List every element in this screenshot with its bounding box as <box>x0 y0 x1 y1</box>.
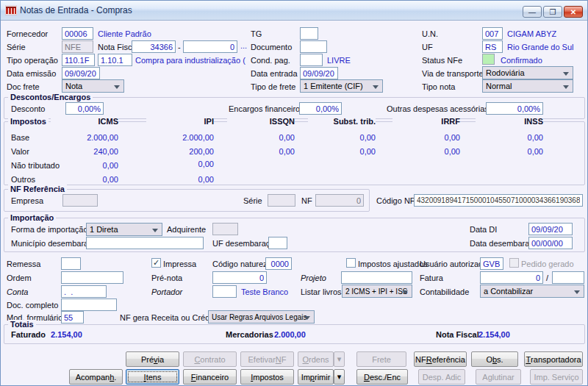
empresa-input <box>62 194 98 207</box>
documento-label: Documento <box>251 43 292 51</box>
tipo-frete-dropdown[interactable]: 1 Emitente (CIF) <box>300 79 383 93</box>
via-transporte-dropdown[interactable]: Rodoviária <box>482 66 573 79</box>
financeiro-button[interactable]: Financeiro <box>183 369 237 385</box>
aglutinar-button: Aglutinar <box>476 369 521 385</box>
status-nfe-value: Confirmado <box>501 56 542 65</box>
fatura-label: Fatura <box>420 274 443 282</box>
previa-button[interactable]: Prévia <box>126 351 179 367</box>
outros-icms: 0,00 <box>51 175 118 184</box>
nota-fiscal-input[interactable] <box>132 40 176 53</box>
contabilidade-dropdown[interactable]: a Contabilizar <box>480 285 584 298</box>
impostos-ajustados-checkbox[interactable] <box>346 258 356 268</box>
fornecedor-input[interactable] <box>62 27 93 40</box>
outras-despesas-input[interactable] <box>486 102 543 115</box>
documento-input[interactable] <box>300 40 327 53</box>
contrato-button: Contrato <box>183 351 237 367</box>
fatura-input[interactable] <box>480 271 543 284</box>
impressa-label: Impressa <box>163 260 196 268</box>
base-inss: 0,00 <box>476 133 543 142</box>
uf-name: Rio Grande do Sul <box>507 43 574 51</box>
col-icms: ICMS <box>51 117 118 126</box>
app-logo-icon <box>5 4 17 16</box>
titlebar[interactable]: Notas de Entrada - Compras — ❐ ✕ <box>1 1 587 21</box>
desconto-input[interactable] <box>65 102 104 115</box>
pedido-gerado-checkbox <box>509 258 519 268</box>
tipo-operacao-code-input[interactable] <box>62 54 95 66</box>
imprimir-button[interactable]: Imprimir <box>298 369 334 385</box>
uf-input[interactable] <box>482 40 503 53</box>
codigo-natureza-input[interactable] <box>265 257 292 270</box>
ordem-input[interactable] <box>61 271 123 284</box>
impressa-checkbox[interactable]: ✓ <box>151 258 161 268</box>
cond-pag-tag: LIVRE <box>327 56 351 65</box>
acompanh-button[interactable]: Acompanh. <box>69 369 123 385</box>
nota-fiscal-suffix-input[interactable] <box>183 40 237 53</box>
ordem-label: Ordem <box>7 274 32 282</box>
usuario-autorizado-input[interactable] <box>480 257 503 270</box>
row-valor-label: Valor <box>11 147 29 156</box>
transportadora-button[interactable]: Transportadora <box>524 351 583 367</box>
forma-importacao-dropdown[interactable]: 1 Direta <box>86 223 162 236</box>
ordens-button: Ordens <box>298 351 334 367</box>
pre-nota-label: Pré-nota <box>151 274 182 282</box>
municipio-desembaraco-input[interactable] <box>86 237 204 249</box>
notas-entrada-window: Notas de Entrada - Compras — ❐ ✕ Fornece… <box>0 0 588 386</box>
remessa-input[interactable] <box>61 257 81 270</box>
nf-gera-dropdown[interactable]: Usar Regras Arquivos Legais <box>208 310 315 324</box>
mod-formulario-input[interactable] <box>61 311 84 324</box>
data-entrada-input[interactable] <box>300 67 338 79</box>
col-ipi: IPI <box>146 117 214 126</box>
listar-livros-dropdown[interactable]: 2 ICMS + IPI + ISS <box>342 285 412 298</box>
tipo-operacao-label: Tipo operação <box>7 56 58 65</box>
data-desembaraco-input[interactable] <box>528 237 573 249</box>
cond-pag-input[interactable] <box>300 54 323 66</box>
fornecedor-name: Cliente Padrão <box>98 29 151 38</box>
un-input[interactable] <box>482 27 503 40</box>
tipo-operacao-cfop-input[interactable] <box>98 54 132 66</box>
valor-ipi: 200,00 <box>146 147 214 156</box>
efetivar-nf-button: Efetivar NF <box>240 351 294 367</box>
nf-ref-serie-input <box>268 194 295 207</box>
tipo-nota-label: Tipo nota <box>422 82 455 91</box>
tipo-nota-dropdown[interactable]: Normal <box>482 79 573 93</box>
nf-referencia-button[interactable]: NF Referência <box>414 351 467 367</box>
impostos-button[interactable]: Impostos <box>240 369 294 385</box>
tg-input[interactable] <box>300 27 318 40</box>
nf-gera-label: NF gera Receita ou Crédito <box>120 313 218 322</box>
conta-input[interactable] <box>61 285 107 298</box>
data-di-input[interactable] <box>528 223 573 235</box>
encargos-input[interactable] <box>299 102 342 115</box>
doc-completo-input[interactable] <box>61 299 117 311</box>
encargos-label: Encargos financeiros <box>229 104 304 113</box>
mercadorias-label: Mercadorias <box>226 330 273 339</box>
desc-enc-button[interactable]: Desc./Enc <box>356 369 408 385</box>
codigo-natureza-label: Código natureza <box>212 260 272 268</box>
empresa-label: Empresa <box>11 196 43 205</box>
projeto-input[interactable] <box>341 271 412 284</box>
totais-nota-fiscal-value: 2.154,00 <box>478 330 510 339</box>
ordens-dropdown-arrow: ▾ <box>334 351 345 367</box>
minimize-button[interactable]: — <box>523 6 542 18</box>
obs-button[interactable]: Obs. <box>471 351 518 367</box>
contabilidade-value: a Contabilizar <box>484 287 533 296</box>
maximize-button[interactable]: ❐ <box>543 6 562 18</box>
itens-button[interactable]: Itens <box>126 369 179 385</box>
pre-nota-input[interactable] <box>212 271 267 284</box>
codigo-nfe-input[interactable] <box>414 194 583 207</box>
importacao-title: Importação <box>8 213 56 222</box>
descontos-title: Descontos/Encargos <box>8 93 93 101</box>
serie-label: Série <box>7 43 26 51</box>
base-subst: 0,00 <box>308 133 376 142</box>
uf-desembaraco-input[interactable] <box>268 237 287 249</box>
un-name: CIGAM ABYZ <box>507 29 556 38</box>
nota-fiscal-more-link[interactable]: ... <box>240 41 247 50</box>
col-subst-trib: Subst. trib. <box>308 117 376 126</box>
fatura-parcela-input[interactable] <box>552 271 584 284</box>
totais-nota-fiscal-label: Nota Fiscal <box>436 330 479 339</box>
close-button[interactable]: ✕ <box>564 6 583 18</box>
doc-frete-dropdown[interactable]: Nota <box>62 79 124 93</box>
imprimir-dropdown-arrow[interactable]: ▾ <box>334 369 345 385</box>
nf-ref-nf-label: NF <box>301 196 312 205</box>
portador-input[interactable] <box>212 285 237 298</box>
data-emissao-input[interactable] <box>62 67 100 79</box>
